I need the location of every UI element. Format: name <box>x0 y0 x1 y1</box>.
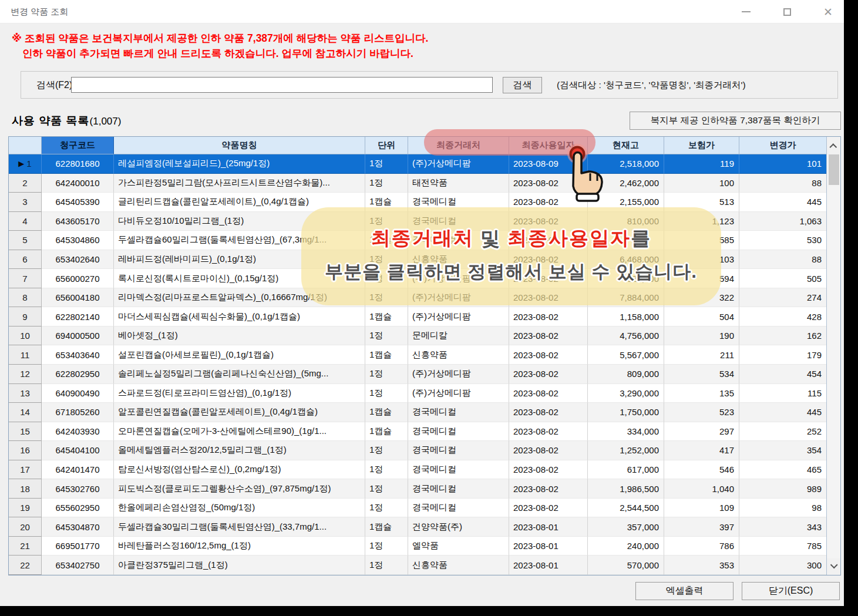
vertical-scrollbar[interactable] <box>826 137 840 575</box>
notice-line-2: 인하 약품이 추가되면 빠르게 안내 드리도록 하겠습니다. 업무에 참고하시기… <box>12 46 428 61</box>
cell-changed-price: 465 <box>739 460 826 480</box>
table-row[interactable]: ▶10 694000500 베아셋정_(1정) 1정 문메디칼 2023-08-… <box>9 326 826 346</box>
maximize-button[interactable] <box>779 4 795 19</box>
table-row[interactable]: ▶14 671805260 알포콜린연질캡슐(콜린알포세레이트)_(0,4g/1… <box>9 403 826 422</box>
cell-insurance-price: 417 <box>664 441 739 460</box>
column-header-changed-price[interactable]: 변경가 <box>739 137 826 154</box>
row-number-cell: ▶6 <box>9 250 42 270</box>
chevron-down-icon <box>830 561 838 568</box>
cell-unit: 1정 <box>365 537 408 556</box>
cell-last-used-date: 2023-08-02 <box>509 479 588 499</box>
close-button[interactable]: ✕ <box>820 4 836 19</box>
row-number-cell: ▶9 <box>9 307 42 326</box>
cell-last-used-date: 2023-08-02 <box>509 460 588 480</box>
table-row[interactable]: ▶21 669501770 바레탄플러스정160/12,5mg_(1정) 1정 … <box>9 537 826 556</box>
table-row[interactable]: ▶19 655602950 한올에페리손염산염정_(50mg/1정) 1정 경국… <box>9 499 826 518</box>
cell-code: 645304860 <box>42 231 114 250</box>
minimize-button[interactable] <box>738 4 753 19</box>
cell-name: 솔리페노실정5밀리그램(솔리페나신숙신산염)_(5mg... <box>114 365 365 384</box>
maximize-icon <box>783 8 791 16</box>
cell-name: 베아셋정_(1정) <box>114 326 365 346</box>
cell-last-used-date: 2023-08-01 <box>509 537 588 556</box>
cell-unit: 1캡슐 <box>365 307 408 326</box>
list-title: 사용 약품 목록 <box>12 115 90 127</box>
row-number-cell: ▶15 <box>9 422 42 442</box>
search-input[interactable] <box>71 77 493 93</box>
cell-vendor: 태전약품 <box>408 174 509 193</box>
cell-stock: 5,567,000 <box>588 345 664 365</box>
drug-table: 청구코드 약품명칭 단위 최종거래처 최종사용일자 현재고 보험가 변경가 ▶1… <box>8 136 841 575</box>
scrollbar-up-button[interactable] <box>827 137 840 154</box>
row-number-cell: ▶21 <box>9 537 42 556</box>
cell-changed-price: 1,063 <box>739 212 826 231</box>
cell-name: 두셀라캡슐30밀리그램(둘록세틴염산염)_(33,7mg/1... <box>114 517 365 537</box>
cell-changed-price: 88 <box>739 250 826 270</box>
column-header-name[interactable]: 약품명칭 <box>114 137 365 154</box>
cell-insurance-price: 523 <box>664 403 739 422</box>
ministry-list-confirm-button[interactable]: 복지부 제공 인하약품 7,387품목 확인하기 <box>630 112 841 130</box>
cell-last-used-date: 2023-08-02 <box>509 307 588 326</box>
cell-unit: 1캡슐 <box>365 517 408 537</box>
row-number-cell: ▶5 <box>9 231 42 250</box>
search-button[interactable]: 검색 <box>503 77 542 93</box>
cell-insurance-price: 504 <box>664 307 739 326</box>
table-row[interactable]: ▶13 640900490 스파로드정(티로프라미드염산염)_(0,1g/1정)… <box>9 384 826 403</box>
scrollbar-thumb[interactable] <box>829 154 839 185</box>
cell-vendor: 문메디칼 <box>408 326 509 346</box>
table-header-row: 청구코드 약품명칭 단위 최종거래처 최종사용일자 현재고 보험가 변경가 <box>9 137 826 154</box>
cell-insurance-price: 119 <box>664 154 739 174</box>
cell-changed-price: 530 <box>739 231 826 250</box>
cell-code: 622802140 <box>42 307 114 326</box>
column-header-gutter <box>9 137 42 154</box>
cell-insurance-price: 534 <box>664 365 739 384</box>
cell-changed-price: 115 <box>739 384 826 403</box>
table-row[interactable]: ▶12 622802950 솔리페노실정5밀리그램(솔리페나신숙신산염)_(5m… <box>9 365 826 384</box>
row-number-cell: ▶13 <box>9 384 42 403</box>
table-row[interactable]: ▶20 645304870 두셀라캡슐30밀리그램(둘록세틴염산염)_(33,7… <box>9 517 826 537</box>
table-row[interactable]: ▶22 653402750 아클란정375밀리그램_(1정) 1정 신흥약품 2… <box>9 556 826 575</box>
cell-last-used-date: 2023-08-01 <box>509 556 588 575</box>
cell-insurance-price: 397 <box>664 517 739 537</box>
table-row[interactable]: ▶2 642400010 가스피란정5밀리그람(모사프리드시트르산염수화물)..… <box>9 174 826 193</box>
cell-changed-price: 101 <box>739 154 826 174</box>
app-window: 변경 약품 조회 ✕ ※ 조회된 약품은 보건복지부에서 제공한 인하 약품 7… <box>0 0 844 606</box>
cell-code: 656004180 <box>42 288 114 308</box>
table-row[interactable]: ▶9 622802140 마더스세픽심캡슐(세픽심수화물)_(0,1g/1캡슐)… <box>9 307 826 326</box>
cell-unit: 1캡슐 <box>365 422 408 442</box>
cell-insurance-price: 109 <box>664 499 739 518</box>
row-number-cell: ▶4 <box>9 212 42 231</box>
cell-changed-price: 300 <box>739 556 826 575</box>
cell-changed-price: 88 <box>739 174 826 193</box>
table-row[interactable]: ▶15 642403930 오마론연질캡슐(오메가-3-산에틸에스테르90)_(… <box>9 422 826 442</box>
column-header-code[interactable]: 청구코드 <box>42 137 114 154</box>
cell-name: 바레탄플러스정160/12,5mg_(1정) <box>114 537 365 556</box>
cell-last-used-date: 2023-08-01 <box>509 517 588 537</box>
row-number-cell: ▶12 <box>9 365 42 384</box>
cell-last-used-date: 2023-08-02 <box>509 403 588 422</box>
list-count: (1,007) <box>90 116 122 127</box>
table-row[interactable]: ▶18 645302760 피도빅스정(클로피도그렐황산수소염)_(97,875… <box>9 479 826 499</box>
tip-line-2: 부분을 클릭하면 정렬해서 보실 수 있습니다. <box>276 260 746 284</box>
cell-vendor: 신흥약품 <box>408 556 509 575</box>
table-row[interactable]: ▶16 645404100 올메세틸엠플러스정20/12,5밀리그램_(1정) … <box>9 441 826 460</box>
cell-unit: 1정 <box>365 460 408 480</box>
table-row[interactable]: ▶11 653403640 설포린캡슐(아세브로필린)_(0,1g/1캡슐) 1… <box>9 345 826 365</box>
table-row[interactable]: ▶17 642401470 탐로신서방정(염산탐스로신)_(0,2mg/1정) … <box>9 460 826 480</box>
column-header-unit[interactable]: 단위 <box>365 137 408 154</box>
cell-code: 645405390 <box>42 193 114 212</box>
cell-code: 642401470 <box>42 460 114 480</box>
table-row[interactable]: ▶1 622801680 레설피엠정(레보설피리드)_(25mg/1정) 1정 … <box>9 154 826 174</box>
column-header-insurance-price[interactable]: 보험가 <box>664 137 739 154</box>
cell-vendor: 경국메디컬 <box>408 422 509 442</box>
minimize-icon <box>742 11 751 12</box>
cell-insurance-price: 786 <box>664 537 739 556</box>
search-panel: 검색(F2) 검색 (검색대상 : '청구코드', '약품명칭', '최종거래처… <box>21 71 838 99</box>
excel-export-button[interactable]: 엑셀출력 <box>635 582 733 600</box>
scrollbar-down-button[interactable] <box>827 558 840 575</box>
notice-text: ※ 조회된 약품은 보건복지부에서 제공한 인하 약품 7,387개에 해당하는… <box>12 31 428 61</box>
cell-name: 오마론연질캡슐(오메가-3-산에틸에스테르90)_(1g/1... <box>114 422 365 442</box>
row-number-cell: ▶17 <box>9 460 42 480</box>
cell-vendor: (주)거상메디팜 <box>408 307 509 326</box>
cell-code: 643605170 <box>42 212 114 231</box>
close-esc-button[interactable]: 닫기(ESC) <box>742 582 840 600</box>
